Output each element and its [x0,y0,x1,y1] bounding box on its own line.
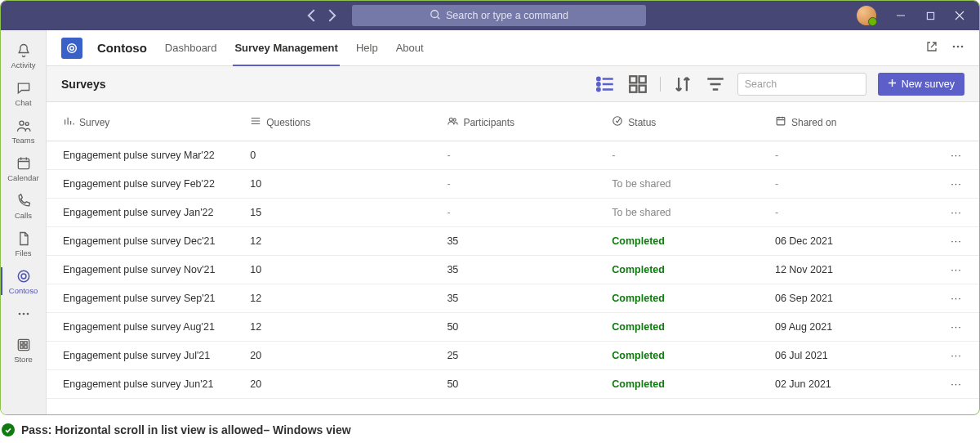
svg-point-8 [22,313,24,315]
tab-about[interactable]: About [396,30,424,65]
svg-point-5 [18,271,29,281]
cell-questions: 20 [243,342,440,370]
col-label: Questions [266,117,310,128]
table-row[interactable]: Engagement pulse survey Mar'220---··· [47,141,979,170]
table-row[interactable]: Engagement pulse survey Jun'212050Comple… [47,370,979,399]
col-participants[interactable]: Participants [440,102,605,141]
table-row[interactable]: Engagement pulse survey Jul'212025Comple… [47,342,979,370]
svg-rect-30 [777,118,785,125]
svg-rect-24 [639,76,645,83]
row-more-button[interactable]: ··· [933,284,979,313]
more-icon[interactable] [951,40,964,56]
tab-label: About [396,42,424,54]
table-row[interactable]: Engagement pulse survey Aug'211250Comple… [47,313,979,342]
cell-participants: - [440,170,605,199]
titlebar: Search or type a command [1,1,979,30]
cell-questions: 12 [243,284,440,313]
rail-item-activity[interactable]: Activity [1,37,46,74]
tab-label: Dashboard [165,42,217,54]
svg-point-27 [450,118,453,121]
new-survey-button[interactable]: New survey [878,73,964,96]
row-more-button[interactable]: ··· [933,141,979,170]
svg-point-7 [18,313,20,315]
search-input[interactable] [737,73,866,96]
command-search[interactable]: Search or type a command [352,5,646,26]
cell-survey: Engagement pulse survey Dec'21 [47,227,243,256]
svg-point-15 [68,43,77,52]
row-more-button[interactable]: ··· [933,313,979,342]
cell-participants: 35 [440,256,605,284]
svg-point-28 [453,119,456,121]
rail-item-teams[interactable]: Teams [1,112,46,150]
cell-status: Completed [605,313,768,342]
popout-icon[interactable] [925,40,938,56]
caption-text: Pass: Horizontal scroll in list view is … [21,423,351,436]
nav-forward-button[interactable] [323,7,341,25]
svg-rect-12 [24,341,26,343]
filter-button[interactable] [705,74,726,95]
row-more-button[interactable]: ··· [933,370,979,399]
plus-icon [888,78,897,90]
cell-questions: 12 [243,227,440,256]
button-label: New survey [902,78,955,90]
status-icon [612,115,623,129]
rail-item-calendar[interactable]: Calendar [1,150,46,187]
row-more-button[interactable]: ··· [933,199,979,227]
col-survey[interactable]: Survey [47,102,243,141]
rail-item-more[interactable] [1,300,46,328]
window-minimize-button[interactable] [888,3,914,28]
svg-rect-4 [18,159,29,169]
svg-rect-26 [639,85,645,92]
row-more-button[interactable]: ··· [933,227,979,256]
col-label: Shared on [791,117,836,128]
view-grid-button[interactable] [627,74,648,95]
col-label: Participants [463,117,514,128]
view-list-button[interactable] [595,74,616,95]
cell-shared-on: 09 Aug 2021 [768,313,933,342]
window-close-button[interactable] [947,3,973,28]
rail-label: Files [15,248,31,257]
col-shared-on[interactable]: Shared on [768,102,933,141]
window-maximize-button[interactable] [917,3,943,28]
cell-status: To be shared [605,170,768,199]
sort-button[interactable] [672,74,693,95]
cell-survey: Engagement pulse survey Jul'21 [47,342,243,370]
cell-shared-on: - [768,170,933,199]
rail-item-calls[interactable]: Calls [1,187,46,225]
cell-status: To be shared [605,199,768,227]
rail-item-chat[interactable]: Chat [1,74,46,112]
nav-back-button[interactable] [303,7,321,25]
participants-icon [447,115,458,129]
cell-questions: 15 [243,199,440,227]
cell-survey: Engagement pulse survey Nov'21 [47,256,243,284]
table-row[interactable]: Engagement pulse survey Feb'2210-To be s… [47,170,979,199]
table-row[interactable]: Engagement pulse survey Jan'2215-To be s… [47,199,979,227]
tab-help[interactable]: Help [356,30,378,65]
tab-dashboard[interactable]: Dashboard [165,30,217,65]
col-label: Status [628,117,656,128]
cell-participants: 25 [440,342,605,370]
rail-item-contoso[interactable]: Contoso [1,262,46,300]
survey-icon [63,115,74,129]
rail-item-files[interactable]: Files [1,225,46,262]
table-row[interactable]: Engagement pulse survey Sep'211235Comple… [47,284,979,313]
col-status[interactable]: Status [605,102,768,141]
tab-survey-management[interactable]: Survey Management [234,30,337,65]
page-title: Surveys [61,78,105,91]
cell-participants: 35 [440,227,605,256]
row-more-button[interactable]: ··· [933,342,979,370]
row-more-button[interactable]: ··· [933,256,979,284]
survey-table-wrap[interactable]: Survey Questions [47,102,979,414]
col-questions[interactable]: Questions [243,102,440,141]
avatar[interactable] [857,6,876,25]
cell-participants: 50 [440,370,605,399]
table-row[interactable]: Engagement pulse survey Nov'211035Comple… [47,256,979,284]
row-more-button[interactable]: ··· [933,170,979,199]
cell-questions: 20 [243,370,440,399]
table-row[interactable]: Engagement pulse survey Dec'211235Comple… [47,227,979,256]
rail-item-store[interactable]: Store [1,331,46,369]
rail-label: Calendar [7,173,39,182]
app-logo-icon [61,38,82,59]
calendar-icon [775,115,786,129]
cell-questions: 12 [243,313,440,342]
